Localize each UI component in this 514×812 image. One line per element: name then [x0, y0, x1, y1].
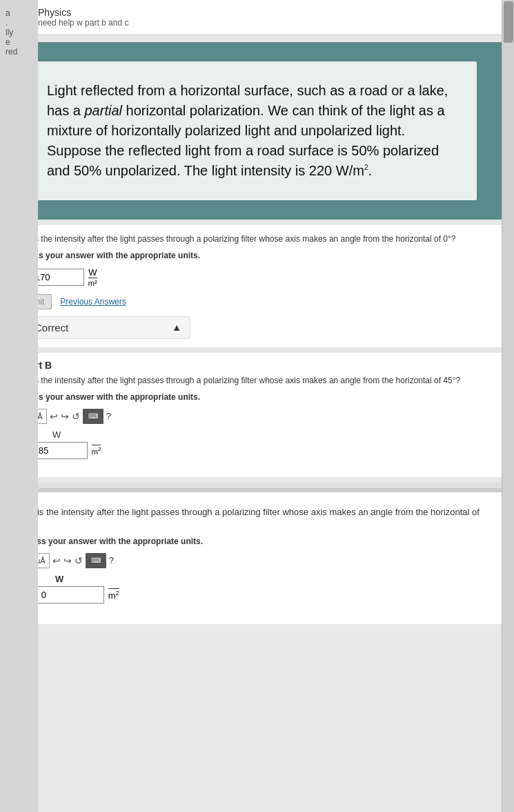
part-b-units: m2 — [92, 445, 101, 456]
part-b-section: ▼ Part B What is the intensity after the… — [0, 353, 502, 477]
part-b-body: What is the intensity after the light pa… — [0, 375, 502, 477]
problem-text: Light reflected from a horizontal surfac… — [47, 81, 455, 181]
keyboard-button-c[interactable]: ⌨ — [86, 553, 106, 568]
problem-image-inner: Light reflected from a horizontal surfac… — [25, 61, 477, 200]
refresh-icon-c[interactable]: ↺ — [75, 555, 83, 566]
header-text: Physics need help w part b and c — [38, 7, 128, 28]
separator — [0, 483, 502, 488]
sidebar-label-e: e — [6, 37, 32, 47]
cursor-icon: ▲ — [172, 322, 181, 333]
part-c-section: What is the intensity after the light pa… — [0, 492, 502, 624]
part-c-express: Express your answer with the appropriate… — [14, 536, 488, 546]
part-b-header[interactable]: ▼ Part B — [0, 353, 502, 375]
help-icon-b[interactable]: ? — [106, 411, 111, 421]
redo-icon-c[interactable]: ↪ — [63, 555, 72, 566]
part-c-input[interactable] — [35, 586, 104, 603]
help-icon-c[interactable]: ? — [109, 555, 114, 566]
part-c-input-row: I90 = m2 — [14, 586, 488, 603]
part-c-units: m2 — [108, 588, 119, 601]
header-subtitle: need help w part b and c — [38, 18, 128, 28]
part-c-question: What is the intensity after the light pa… — [14, 506, 488, 531]
part-a-section: a . lly e red What is the intensity afte… — [0, 225, 502, 347]
redo-icon-b[interactable]: ↪ — [61, 411, 69, 422]
main-content: Light reflected from a horizontal surfac… — [0, 35, 502, 624]
undo-icon-c[interactable]: ↩ — [52, 555, 61, 566]
scrollbar[interactable] — [502, 0, 514, 812]
correct-label: Correct — [34, 322, 68, 334]
header-title: Physics — [38, 7, 128, 18]
part-c-toolbar: ⊞ μÅ ↩ ↪ ↺ ⌨ ? — [14, 553, 488, 568]
sidebar-label-red: red — [6, 47, 32, 57]
left-sidebar: a . lly e red — [0, 0, 38, 812]
part-b-input-row: I45 = m2 — [11, 442, 491, 459]
refresh-icon-b[interactable]: ↺ — [72, 411, 80, 422]
part-b-express: Express your answer with the appropriate… — [11, 392, 491, 402]
previous-answers-link[interactable]: Previous Answers — [60, 297, 126, 307]
problem-image: Light reflected from a horizontal surfac… — [0, 42, 502, 220]
part-a-express: Express your answer with the appropriate… — [11, 251, 491, 260]
problem-card: Light reflected from a horizontal surfac… — [0, 42, 502, 220]
undo-icon-b[interactable]: ↩ — [50, 411, 58, 422]
sidebar-label-a: a — [6, 8, 32, 18]
part-a-units: W m² — [88, 267, 97, 287]
part-a-button-row: Submit Previous Answers — [11, 294, 491, 309]
part-b-question: What is the intensity after the light pa… — [11, 375, 491, 387]
part-a-question: What is the intensity after the light pa… — [11, 233, 491, 245]
correct-indicator: ✓ Correct ▲ — [11, 316, 190, 339]
keyboard-button-b[interactable]: ⌨ — [83, 409, 103, 424]
header: Physics need help w part b and c — [0, 0, 514, 35]
part-b-input[interactable] — [32, 442, 88, 459]
part-a-input-row: I0 = W m² — [11, 267, 491, 287]
sidebar-label-lly: lly — [6, 28, 32, 37]
part-b-toolbar: ⊞ μÅ ↩ ↪ ↺ ⌨ ? — [11, 409, 491, 424]
scrollbar-thumb[interactable] — [504, 1, 513, 43]
part-c-units-num-above: W — [55, 574, 63, 584]
sidebar-label-dot: . — [6, 18, 32, 28]
part-b-units-num-above: W — [52, 429, 61, 440]
